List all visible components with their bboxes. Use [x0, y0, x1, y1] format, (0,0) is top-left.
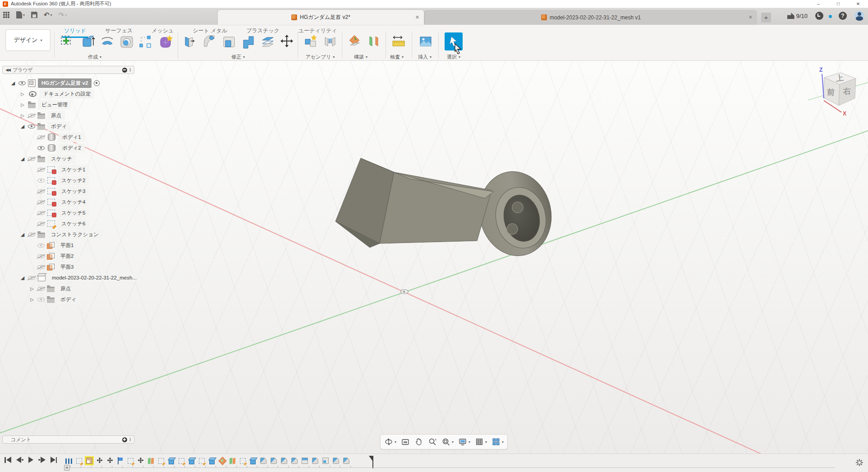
revolve-button[interactable]	[98, 32, 116, 50]
timeline-feature-move[interactable]	[137, 457, 144, 464]
timeline-feature-group[interactable]	[65, 458, 73, 464]
browser-tree-item[interactable]: ボディ1	[0, 132, 140, 142]
timeline-feature-extrude[interactable]	[209, 459, 215, 464]
extrude-button[interactable]	[79, 32, 97, 50]
collapse-panel-icon[interactable]: ◀◀	[5, 68, 10, 72]
job-status-icon[interactable]	[815, 12, 823, 20]
free-edits-counter[interactable]: 9/10	[787, 13, 808, 19]
timeline-feature-sketch[interactable]	[199, 458, 205, 464]
timeline-feature-chamfer[interactable]	[312, 458, 318, 464]
document-tab-inactive[interactable]: model-2023-02-20-22-31-22_mesh v1 ✕	[424, 10, 757, 25]
browser-tree-item[interactable]: ボディ2	[0, 142, 140, 153]
expander-icon[interactable]: ◢	[19, 275, 26, 281]
fillet-button[interactable]	[200, 32, 218, 50]
visibility-eye-icon[interactable]	[28, 157, 35, 161]
tree-item-label[interactable]: ドキュメントの設定	[40, 89, 94, 99]
view-cube[interactable]: 上 前 右 Z X	[807, 66, 868, 120]
timeline-feature-chamfer[interactable]	[260, 458, 266, 464]
visibility-eye-icon[interactable]	[37, 211, 45, 215]
browser-tree-item[interactable]: 平面1	[0, 240, 140, 251]
tree-item-label[interactable]: スケッチ6	[58, 219, 89, 229]
visibility-eye-icon[interactable]	[28, 276, 35, 280]
visibility-eye-icon[interactable]	[37, 243, 45, 247]
browser-tree-item[interactable]: ▷ボディ	[0, 294, 140, 305]
browser-tree-item[interactable]: 平面2	[0, 251, 140, 261]
create-form-button[interactable]	[157, 32, 175, 50]
timeline-feature-move[interactable]	[96, 457, 103, 464]
tree-item-label[interactable]: コンストラクション	[47, 230, 102, 239]
timeline-feature-flag[interactable]	[117, 457, 124, 464]
timeline-feature-sketch[interactable]	[128, 458, 133, 464]
model-body[interactable]	[316, 135, 568, 284]
step-back-button[interactable]	[16, 457, 23, 463]
panel-grip-icon[interactable]: ‖	[129, 68, 131, 73]
combine-button[interactable]	[239, 32, 257, 50]
group-construct[interactable]: 構築▾	[354, 54, 367, 60]
browser-tree-item[interactable]: スケッチ5	[0, 207, 140, 218]
timeline-feature-extrude[interactable]	[169, 459, 174, 464]
tree-item-label[interactable]: model-2023-02-20-22-31-22_mesh...	[48, 274, 140, 282]
tree-item-label[interactable]: スケッチ3	[58, 187, 89, 196]
visibility-eye-icon[interactable]	[28, 124, 35, 128]
viewports-button[interactable]: ▾	[491, 437, 504, 446]
tree-item-label[interactable]: 平面2	[57, 252, 77, 261]
timeline-feature-sketch[interactable]	[158, 458, 164, 464]
visibility-eye-icon[interactable]	[37, 265, 45, 269]
tree-item-label[interactable]: ボディ2	[59, 143, 85, 153]
group-inspect[interactable]: 検査▾	[390, 54, 404, 60]
timeline-feature-sketch[interactable]	[240, 458, 246, 464]
group-select[interactable]: 選択▾	[447, 54, 460, 60]
document-tab-active[interactable]: HGガンダム足首 v2* ✕	[218, 10, 424, 25]
expander-icon[interactable]: ▷	[19, 102, 26, 107]
expander-icon[interactable]: ◢	[19, 156, 26, 162]
tree-item-label[interactable]: スケッチ2	[58, 176, 89, 185]
minimize-button[interactable]: –	[808, 0, 828, 8]
new-tab-button[interactable]: +	[761, 13, 771, 23]
file-menu-button[interactable]: ▾	[16, 11, 25, 18]
visibility-eye-icon[interactable]	[37, 135, 45, 139]
pattern-button[interactable]	[136, 32, 154, 50]
visibility-eye-icon[interactable]	[37, 189, 45, 193]
step-forward-button[interactable]	[38, 457, 46, 463]
browser-tree-item[interactable]: ◢コンストラクション	[0, 229, 140, 240]
expander-icon[interactable]: ▷	[19, 92, 26, 96]
close-tab-icon[interactable]: ✕	[749, 14, 753, 20]
visibility-eye-icon[interactable]	[37, 254, 45, 258]
expander-icon[interactable]: ▷	[29, 286, 35, 291]
timeline-feature-plane[interactable]	[229, 457, 236, 464]
construct-plane-angle-button[interactable]	[345, 32, 363, 50]
undo-button[interactable]: ↷▾	[44, 11, 52, 19]
visibility-eye-icon[interactable]	[37, 146, 45, 150]
save-button[interactable]	[31, 12, 37, 18]
browser-tree-item[interactable]: 平面3	[0, 261, 140, 272]
timeline-feature-sketch[interactable]	[76, 458, 82, 464]
tree-item-label[interactable]: スケッチ5	[58, 208, 89, 218]
timeline-track[interactable]	[69, 467, 835, 468]
tree-item-label[interactable]: 平面1	[57, 241, 77, 250]
visibility-eye-icon[interactable]	[37, 200, 45, 204]
pan-button[interactable]	[414, 437, 423, 446]
timeline-feature-chamfer[interactable]	[343, 458, 349, 464]
comment-bar[interactable]: コメント ‖	[2, 435, 134, 444]
construct-offset-plane-button[interactable]	[365, 32, 383, 50]
play-button[interactable]	[28, 457, 33, 463]
browser-tree-item[interactable]: ▷ドキュメントの設定	[0, 88, 140, 99]
timeline-feature-mesh[interactable]	[86, 458, 92, 464]
expander-icon[interactable]: ▷	[29, 297, 35, 302]
visibility-eye-icon[interactable]	[18, 81, 26, 85]
skip-to-end-button[interactable]	[51, 457, 57, 463]
tree-item-label[interactable]: ボディ1	[59, 133, 85, 142]
press-pull-button[interactable]	[180, 32, 198, 50]
timeline-feature-chamfer[interactable]	[333, 458, 339, 464]
timeline-feature-move[interactable]	[106, 457, 114, 464]
browser-tree-item[interactable]: ◢スケッチ	[0, 153, 140, 164]
new-component-button[interactable]	[302, 32, 320, 50]
offset-face-button[interactable]	[259, 32, 277, 50]
help-button[interactable]: ?	[839, 12, 847, 20]
zoom-button[interactable]: ±	[428, 437, 437, 446]
browser-tree-item[interactable]: ◢HGガンダム足首 v2	[0, 78, 140, 88]
tree-item-label[interactable]: ボディ	[47, 122, 70, 131]
move-copy-button[interactable]	[278, 32, 296, 50]
panel-grip-icon[interactable]: ‖	[129, 437, 131, 442]
timeline-feature-shell[interactable]	[302, 458, 308, 464]
